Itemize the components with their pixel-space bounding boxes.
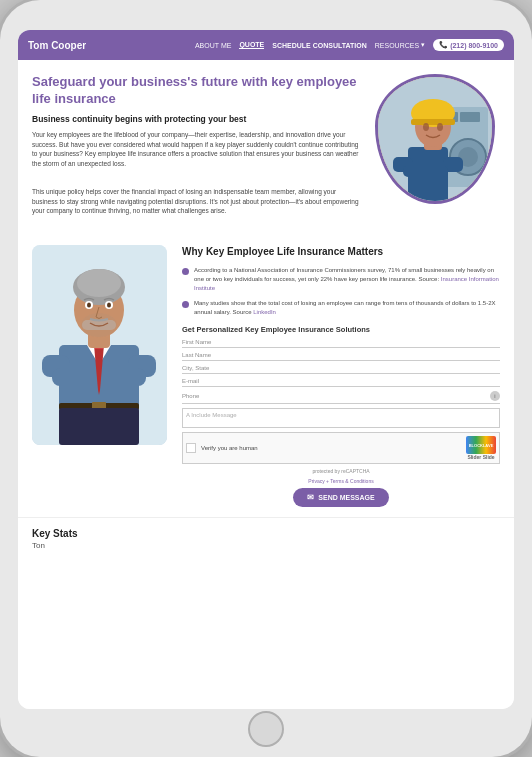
nav-resources[interactable]: RESOURCES ▾ (375, 41, 425, 49)
first-name-field: First Name (182, 339, 500, 348)
captcha-row[interactable]: Verify you are human BLOCKLAVE Slider Sl… (182, 432, 500, 464)
svg-point-27 (77, 269, 121, 297)
email-label: E-mail (182, 378, 500, 384)
bullet-dot-1 (182, 268, 189, 275)
section-title: Why Key Employee Life Insurance Matters (182, 245, 500, 258)
form-links[interactable]: Privacy + Terms & Conditions (182, 478, 500, 484)
last-name-field: Last Name (182, 352, 500, 361)
svg-point-32 (87, 303, 91, 308)
recaptcha-badge: BLOCKLAVE (466, 436, 496, 454)
phone-icon: 📞 (439, 41, 448, 49)
hero-body1: Your key employees are the lifeblood of … (32, 130, 362, 169)
hero-image-inner (378, 77, 492, 201)
bullet-link-2[interactable]: LinkedIn (253, 309, 276, 315)
captcha-sub: Slider Slide (467, 454, 494, 460)
form-title: Get Personalized Key Employee Insurance … (182, 325, 500, 334)
navbar: Tom Cooper ABOUT ME QUOTE SCHEDULE CONSU… (18, 30, 514, 60)
first-name-label: First Name (182, 339, 500, 345)
nav-schedule[interactable]: SCHEDULE CONSULTATION (272, 42, 367, 49)
hero-section: Safeguard your business's future with ke… (18, 60, 514, 235)
nav-phone[interactable]: 📞 (212) 800-9100 (433, 39, 504, 51)
key-stats-section: Key Stats Ton (18, 517, 514, 560)
svg-point-15 (437, 123, 443, 131)
svg-point-14 (423, 123, 429, 131)
bullet-text-2: Many studies show that the total cost of… (194, 299, 500, 317)
hero-title: Safeguard your business's future with ke… (32, 74, 362, 108)
hero-subtitle: Business continuity begins with protecti… (32, 114, 362, 125)
captcha-checkbox[interactable] (186, 443, 196, 453)
businessman-illustration (32, 245, 167, 445)
ton-text: Ton (32, 541, 500, 550)
email-field: E-mail (182, 378, 500, 387)
nav-quote[interactable]: QUOTE (239, 41, 264, 49)
phone-field: Phone i (182, 391, 500, 404)
tablet-frame: Tom Cooper ABOUT ME QUOTE SCHEDULE CONSU… (0, 0, 532, 757)
nav-logo: Tom Cooper (28, 40, 86, 51)
captcha-text: Verify you are human (201, 445, 258, 451)
message-label: A Include Message (186, 412, 496, 418)
worker-illustration (378, 77, 495, 204)
businessman-image (32, 245, 167, 445)
tablet-screen: Tom Cooper ABOUT ME QUOTE SCHEDULE CONSU… (18, 30, 514, 709)
svg-rect-13 (411, 119, 455, 125)
svg-rect-36 (59, 408, 139, 445)
info-icon[interactable]: i (490, 391, 500, 401)
hero-image-wrap (370, 74, 500, 225)
hero-text: Safeguard your business's future with ke… (32, 74, 370, 225)
hero-body2: This unique policy helps cover the finan… (32, 187, 362, 216)
hero-image (375, 74, 495, 204)
nav-about[interactable]: ABOUT ME (195, 42, 231, 49)
bullet-item-1: According to a National Association of I… (182, 266, 500, 293)
middle-section: Why Key Employee Life Insurance Matters … (18, 235, 514, 517)
bullet-item-2: Many studies show that the total cost of… (182, 299, 500, 317)
bullet-link-1[interactable]: Insurance Information Institute (194, 276, 499, 291)
key-stats-title: Key Stats (32, 528, 500, 539)
bullet-dot-2 (182, 301, 189, 308)
message-field: A Include Message (182, 408, 500, 428)
send-icon: ✉ (307, 493, 314, 502)
right-info: Why Key Employee Life Insurance Matters … (182, 245, 500, 507)
home-button[interactable] (248, 711, 284, 747)
nav-links: ABOUT ME QUOTE SCHEDULE CONSULTATION RES… (195, 39, 504, 51)
bullet-text-1: According to a National Association of I… (194, 266, 500, 293)
city-state-label: City, State (182, 365, 500, 371)
svg-rect-3 (460, 112, 480, 122)
svg-rect-9 (403, 165, 448, 177)
form-privacy: protected by reCAPTCHA (182, 468, 500, 474)
send-button[interactable]: ✉ SEND MESSAGE (293, 488, 388, 507)
main-content: Safeguard your business's future with ke… (18, 60, 514, 709)
left-image (32, 245, 172, 507)
svg-point-33 (107, 303, 111, 308)
city-state-field: City, State (182, 365, 500, 374)
last-name-label: Last Name (182, 352, 500, 358)
captcha-logo: BLOCKLAVE Slider Slide (466, 436, 496, 460)
phone-label: Phone (182, 393, 199, 399)
